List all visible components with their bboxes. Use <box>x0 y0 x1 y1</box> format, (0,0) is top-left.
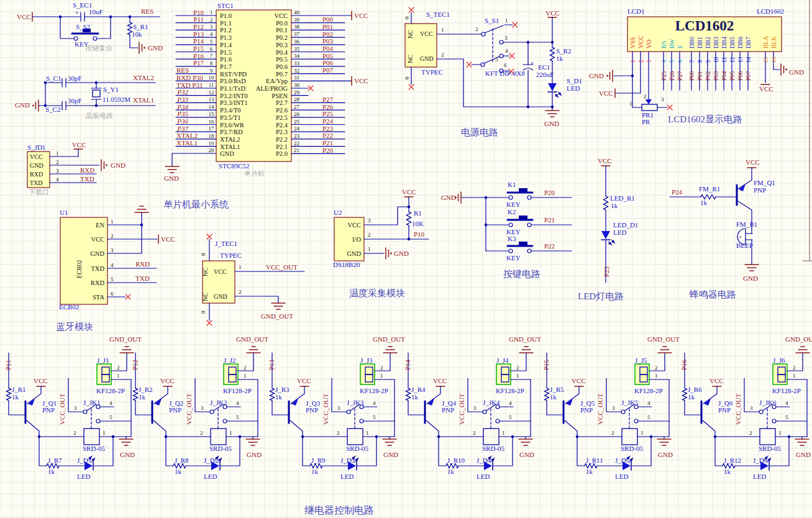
label-s_s2[interactable]: S_S2 <box>76 23 90 30</box>
label-vcc[interactable]: VCC <box>354 12 368 19</box>
label-1k[interactable]: 1k <box>688 393 695 401</box>
label-40[interactable]: 40 <box>294 9 300 16</box>
label-p1-5[interactable]: P1.5 <box>220 49 232 56</box>
label-22[interactable]: 22 <box>294 140 299 147</box>
label-gnd_out[interactable]: GND_OUT <box>509 335 541 343</box>
label-1[interactable]: 1 <box>366 430 369 436</box>
label-rst-vpd[interactable]: RST/VPD <box>220 71 247 78</box>
label-p01[interactable]: P01 <box>322 23 333 30</box>
label-p12[interactable]: P12 <box>131 360 139 370</box>
label-2[interactable]: 2 <box>244 365 247 371</box>
label-5[interactable]: 5 <box>785 414 788 420</box>
label-3[interactable]: 3 <box>111 247 114 253</box>
label-p22[interactable]: P22 <box>322 132 333 139</box>
label-en[interactable]: EN <box>96 222 104 229</box>
label-0[interactable]: 0 <box>200 253 206 256</box>
label-gnd[interactable]: GND <box>589 72 604 80</box>
label-p00[interactable]: P00 <box>322 16 334 23</box>
label-led[interactable]: LED <box>615 473 628 480</box>
label-10k[interactable]: 10k <box>132 30 142 38</box>
label-vcc_out[interactable]: VCC_OUT <box>58 393 66 425</box>
label-p0-0[interactable]: P0.0 <box>276 20 288 27</box>
switch-contact[interactable] <box>509 223 513 227</box>
label-2[interactable]: 2 <box>749 430 752 436</box>
label-vcc[interactable]: VCC <box>72 141 86 148</box>
label-k3[interactable]: K3 <box>508 235 516 242</box>
label-j_r5[interactable]: J_R5 <box>550 386 564 393</box>
label-16[interactable]: 16 <box>771 57 777 63</box>
label-0[interactable]: 0 <box>404 76 410 80</box>
label-1k[interactable]: 1k <box>586 468 593 475</box>
label-p3-2-int0[interactable]: P3.2/INT0 <box>220 93 248 99</box>
label-gnd[interactable]: GND <box>120 451 135 458</box>
label-5[interactable]: 5 <box>111 276 114 283</box>
label--[interactable]: + <box>75 9 79 16</box>
label-vcc_out[interactable]: VCC_OUT <box>266 263 298 271</box>
switch-contact[interactable] <box>527 196 531 199</box>
label-led[interactable]: LED <box>613 229 626 236</box>
label-db3[interactable]: DB3 <box>713 37 719 48</box>
label-s_y1[interactable]: S_Y1 <box>103 86 119 93</box>
label-4[interactable]: 4 <box>111 262 114 268</box>
label-rxd[interactable]: RXD <box>135 260 150 268</box>
label-lcd1602[interactable]: LCD1602 <box>757 7 784 15</box>
label-36[interactable]: 36 <box>294 39 300 45</box>
label-2[interactable]: 2 <box>380 365 383 371</box>
label-j_j6[interactable]: J_J6 <box>773 357 785 364</box>
label-12[interactable]: 12 <box>209 89 214 96</box>
label-nc[interactable]: NC <box>202 293 209 301</box>
label-3[interactable]: 3 <box>210 24 213 30</box>
label-15[interactable]: 15 <box>209 111 215 117</box>
switch-contact[interactable] <box>634 419 638 423</box>
label-bla[interactable]: BLA <box>762 35 769 48</box>
label-j_r10[interactable]: J_R10 <box>447 457 465 464</box>
label-j_r11[interactable]: J_R11 <box>586 457 603 464</box>
label-u1[interactable]: U1 <box>60 209 68 216</box>
label-gnd[interactable]: GND <box>347 250 361 257</box>
label-1k[interactable]: 1k <box>275 393 283 401</box>
label-j_jk1[interactable]: J_JK1 <box>83 399 101 406</box>
label-fm_b1[interactable]: FM_B1 <box>736 220 757 228</box>
label-3[interactable]: 3 <box>661 96 664 102</box>
label-1k[interactable]: 1k <box>12 393 19 401</box>
label-4[interactable]: 4 <box>647 400 650 406</box>
label-txd[interactable]: TXD <box>80 175 94 183</box>
label-sta[interactable]: STA <box>93 294 104 301</box>
label-p02[interactable]: P02 <box>705 71 711 81</box>
label-srd-05[interactable]: SRD-05 <box>482 445 505 452</box>
label-4[interactable]: 4 <box>210 31 213 37</box>
label-p0-3[interactable]: P0.3 <box>276 42 288 48</box>
label-24[interactable]: 24 <box>294 125 300 132</box>
switch-contact[interactable] <box>96 419 100 423</box>
label-vcc_out[interactable]: VCC_OUT <box>596 393 604 425</box>
label-3[interactable]: 3 <box>368 217 371 224</box>
label-p2-6[interactable]: P2.6 <box>276 107 288 114</box>
label-6[interactable]: 6 <box>111 291 114 297</box>
label-2[interactable]: 2 <box>200 430 203 436</box>
label-vcc[interactable]: VCC <box>34 377 48 384</box>
label-kf128-2p[interactable]: KF128-2P <box>772 387 801 394</box>
label-p02[interactable]: P02 <box>322 30 333 38</box>
label-p26[interactable]: P26 <box>322 103 334 111</box>
label-vcc_out[interactable]: VCC_OUT <box>458 393 465 425</box>
label-r1[interactable]: R1 <box>414 209 422 217</box>
label-1[interactable]: 1 <box>516 373 519 379</box>
label-p15[interactable]: P15 <box>193 45 204 52</box>
label-p14[interactable]: P14 <box>193 37 204 45</box>
label-gnd_out[interactable]: GND_OUT <box>109 335 142 343</box>
label-3[interactable]: 3 <box>504 35 508 41</box>
label-xtal2[interactable]: XTAL2 <box>133 74 154 81</box>
label--[interactable]: 按键电路 <box>503 269 541 279</box>
label-gnd[interactable]: GND <box>743 275 758 282</box>
label-k1[interactable]: K1 <box>508 181 516 188</box>
label-3[interactable]: 3 <box>56 168 59 174</box>
label-led[interactable]: LED <box>340 473 354 480</box>
label-fm_r1[interactable]: FM_R1 <box>699 185 720 193</box>
label-p3-5-t1[interactable]: P3.5/T1 <box>220 114 241 121</box>
label-j_r1[interactable]: J_R1 <box>12 386 26 393</box>
label-p0-6[interactable]: P0.6 <box>276 63 288 70</box>
label-lcd1602[interactable]: LCD1602 <box>675 18 734 34</box>
label-lcd1[interactable]: LCD1 <box>627 7 645 15</box>
label-p10[interactable]: P10 <box>193 9 204 16</box>
label-vcc[interactable]: VCC <box>402 188 416 196</box>
